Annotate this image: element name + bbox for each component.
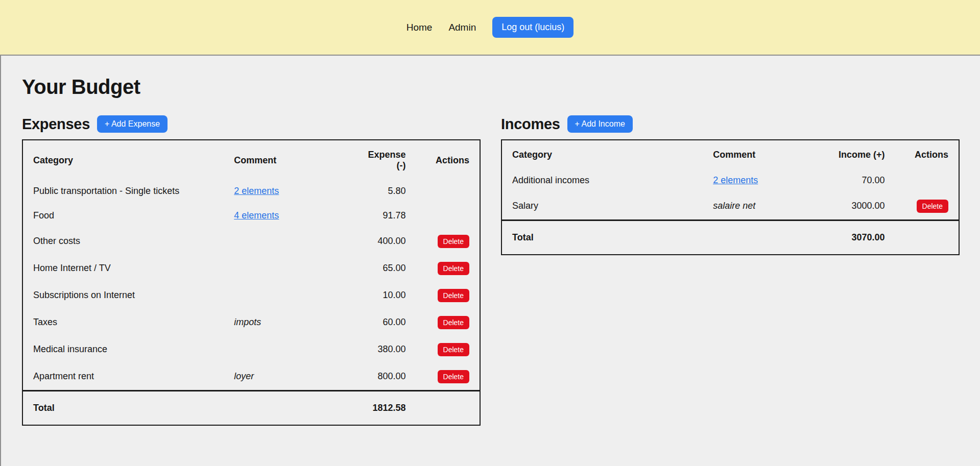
column-header-category: Category <box>22 140 224 179</box>
column-header-income-(+): Income (+) <box>826 140 895 168</box>
comment-cell <box>224 228 347 255</box>
amount-cell: 3000.00 <box>826 192 895 220</box>
column-header-actions: Actions <box>895 140 959 168</box>
table-row: Apartment rentloyer800.00Delete <box>22 363 480 391</box>
expenses-table: CategoryCommentExpense (-)Actions Public… <box>22 139 481 426</box>
delete-button[interactable]: Delete <box>438 262 469 275</box>
comment-cell <box>224 255 347 282</box>
table-row: Home Internet / TV65.00Delete <box>22 255 480 282</box>
amount-cell: 91.78 <box>347 203 416 228</box>
actions-cell <box>416 203 480 228</box>
table-row: Other costs400.00Delete <box>22 228 480 255</box>
incomes-header-row: CategoryCommentIncome (+)Actions <box>501 140 959 168</box>
delete-button[interactable]: Delete <box>438 370 469 383</box>
comment-cell: 2 elements <box>224 179 347 203</box>
comment-cell: loyer <box>224 363 347 391</box>
actions-cell: Delete <box>416 282 480 309</box>
actions-cell <box>895 168 959 192</box>
comment-cell: 4 elements <box>224 203 347 228</box>
table-row: Additional incomes2 elements70.00 <box>501 168 959 192</box>
delete-button[interactable]: Delete <box>438 235 469 248</box>
elements-link[interactable]: 2 elements <box>234 186 279 196</box>
category-cell: Medical insurance <box>22 336 224 363</box>
actions-cell: Delete <box>416 228 480 255</box>
expenses-total-row: Total 1812.58 <box>22 391 480 426</box>
total-label: Total <box>22 391 224 426</box>
logout-button[interactable]: Log out (lucius) <box>492 17 573 38</box>
table-row: Public transportation - Single tickets2 … <box>22 179 480 203</box>
amount-cell: 65.00 <box>347 255 416 282</box>
category-cell: Public transportation - Single tickets <box>22 179 224 203</box>
incomes-total-row: Total 3070.00 <box>501 220 959 255</box>
expenses-section: Expenses + Add Expense CategoryCommentEx… <box>22 115 481 426</box>
amount-cell: 380.00 <box>347 336 416 363</box>
table-row: Salarysalaire net3000.00Delete <box>501 192 959 220</box>
page-title: Your Budget <box>22 75 960 99</box>
category-cell: Subscriptions on Internet <box>22 282 224 309</box>
elements-link[interactable]: 4 elements <box>234 210 279 220</box>
comment-text: salaire net <box>713 201 755 211</box>
amount-cell: 60.00 <box>347 309 416 336</box>
budget-columns: Expenses + Add Expense CategoryCommentEx… <box>22 115 960 426</box>
actions-cell: Delete <box>416 363 480 391</box>
comment-cell <box>224 336 347 363</box>
comment-text: loyer <box>234 371 254 381</box>
expenses-heading: Expenses <box>22 116 90 133</box>
nav-link-admin[interactable]: Admin <box>448 22 476 33</box>
actions-cell: Delete <box>416 309 480 336</box>
nav-link-home[interactable]: Home <box>407 22 433 33</box>
table-row: Taxesimpots60.00Delete <box>22 309 480 336</box>
table-row: Food4 elements91.78 <box>22 203 480 228</box>
table-row: Medical insurance380.00Delete <box>22 336 480 363</box>
delete-button[interactable]: Delete <box>917 200 948 213</box>
amount-cell: 70.00 <box>826 168 895 192</box>
comment-cell <box>224 282 347 309</box>
category-cell: Additional incomes <box>501 168 703 192</box>
total-amount: 1812.58 <box>347 391 416 426</box>
comment-cell: impots <box>224 309 347 336</box>
comment-text: impots <box>234 317 261 327</box>
category-cell: Apartment rent <box>22 363 224 391</box>
category-cell: Salary <box>501 192 703 220</box>
amount-cell: 800.00 <box>347 363 416 391</box>
total-amount: 3070.00 <box>826 220 895 255</box>
column-header-comment: Comment <box>224 140 347 179</box>
category-cell: Other costs <box>22 228 224 255</box>
column-header-comment: Comment <box>703 140 826 168</box>
comment-cell: 2 elements <box>703 168 826 192</box>
incomes-heading: Incomes <box>501 116 560 133</box>
add-expense-button[interactable]: + Add Expense <box>97 115 168 133</box>
incomes-section: Incomes + Add Income CategoryCommentInco… <box>501 115 960 255</box>
main-content: Your Budget Expenses + Add Expense Categ… <box>0 55 980 466</box>
column-header-category: Category <box>501 140 703 168</box>
category-cell: Food <box>22 203 224 228</box>
amount-cell: 400.00 <box>347 228 416 255</box>
comment-cell: salaire net <box>703 192 826 220</box>
actions-cell: Delete <box>895 192 959 220</box>
delete-button[interactable]: Delete <box>438 289 469 302</box>
add-income-button[interactable]: + Add Income <box>567 115 633 133</box>
table-row: Subscriptions on Internet10.00Delete <box>22 282 480 309</box>
amount-cell: 10.00 <box>347 282 416 309</box>
expenses-header-row: CategoryCommentExpense (-)Actions <box>22 140 480 179</box>
actions-cell <box>416 179 480 203</box>
elements-link[interactable]: 2 elements <box>713 175 758 185</box>
actions-cell: Delete <box>416 255 480 282</box>
expenses-section-header: Expenses + Add Expense <box>22 115 481 133</box>
actions-cell: Delete <box>416 336 480 363</box>
total-label: Total <box>501 220 703 255</box>
incomes-table: CategoryCommentIncome (+)Actions Additio… <box>501 139 960 255</box>
top-navigation: Home Admin Log out (lucius) <box>0 0 980 55</box>
column-header-expense-(-): Expense (-) <box>347 140 416 179</box>
delete-button[interactable]: Delete <box>438 316 469 329</box>
delete-button[interactable]: Delete <box>438 343 469 356</box>
column-header-actions: Actions <box>416 140 480 179</box>
category-cell: Home Internet / TV <box>22 255 224 282</box>
amount-cell: 5.80 <box>347 179 416 203</box>
incomes-section-header: Incomes + Add Income <box>501 115 960 133</box>
category-cell: Taxes <box>22 309 224 336</box>
